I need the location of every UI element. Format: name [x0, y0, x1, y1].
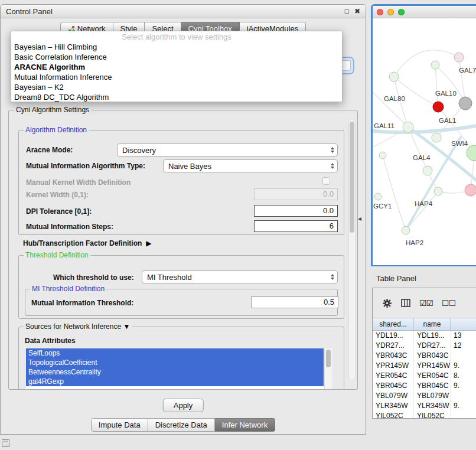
- apply-button[interactable]: Apply: [163, 399, 204, 412]
- group-title: MI Threshold Definition: [30, 285, 106, 293]
- algorithm-option[interactable]: Basic Correlation Inference: [11, 52, 342, 62]
- sources-title[interactable]: Sources for Network Inference ▼: [24, 322, 132, 331]
- float-window-icon[interactable]: □: [345, 8, 349, 15]
- manual-kernel-checkbox[interactable]: [322, 177, 330, 185]
- tab-infer-network[interactable]: Infer Network: [215, 418, 275, 432]
- network-edge[interactable]: [435, 65, 438, 107]
- expand-arrow-icon[interactable]: ▶: [146, 240, 151, 247]
- network-node[interactable]: [374, 193, 382, 200]
- table-panel-title: Table Panel: [376, 274, 416, 283]
- attribute-list-item[interactable]: BetweennessCentrality: [26, 367, 324, 377]
- hub-definition-expander[interactable]: Hub/Transcription Factor Definition ▶: [23, 239, 152, 247]
- collapse-arrow-icon[interactable]: ▼: [123, 322, 130, 331]
- minimize-light-icon[interactable]: [387, 9, 394, 15]
- control-panel-titlebar[interactable]: Control Panel □ ✖: [1, 5, 366, 18]
- zoom-light-icon[interactable]: [398, 9, 405, 15]
- close-light-icon[interactable]: [377, 9, 383, 15]
- column-header[interactable]: shared...: [373, 318, 414, 330]
- columns-icon[interactable]: [401, 299, 410, 307]
- cyni-algorithm-settings-group: Algorithm Definition Aracne Mode: Discov…: [8, 110, 358, 390]
- table-body: YDL19...YDL19...13YDR27...YDR27...12YBR0…: [373, 331, 476, 419]
- table-row[interactable]: YPR145WYPR145W9.: [373, 361, 476, 371]
- network-node[interactable]: [432, 133, 441, 142]
- network-edge[interactable]: [383, 155, 406, 230]
- table-row[interactable]: YBR045CYBR045C9.: [373, 381, 476, 391]
- table-row[interactable]: YDL19...YDL19...13: [373, 331, 476, 341]
- network-node[interactable]: [403, 122, 413, 132]
- network-edge[interactable]: [394, 50, 459, 77]
- network-node[interactable]: [433, 102, 444, 112]
- manual-kernel-label: Manual Kernel Width Definition: [26, 178, 131, 187]
- gear-icon[interactable]: [382, 298, 392, 308]
- network-edge[interactable]: [459, 57, 465, 103]
- column-header[interactable]: [451, 318, 476, 330]
- table-row[interactable]: YLR345WYLR345W9.: [373, 401, 476, 411]
- threshold-select[interactable]: MI Threshold: [142, 270, 338, 283]
- network-node[interactable]: [402, 226, 410, 234]
- mi-threshold-field[interactable]: 0.5: [251, 296, 338, 308]
- network-canvas[interactable]: GAL7GAL80GAL10GAL11GAL1SWI4GAL4GCY1HAP4H…: [373, 18, 476, 265]
- algorithm-option[interactable]: Dream8 DC_TDC Algorithm: [11, 92, 342, 102]
- mi-steps-field[interactable]: 6: [254, 220, 338, 232]
- network-node[interactable]: [389, 72, 399, 81]
- settings-scrollbar[interactable]: [348, 119, 356, 381]
- network-node[interactable]: [454, 53, 464, 62]
- tab-discretize-data[interactable]: Discretize Data: [148, 418, 215, 432]
- aracne-mode-select[interactable]: Discovery: [117, 144, 338, 156]
- network-node[interactable]: [379, 152, 386, 159]
- mi-algorithm-type-select[interactable]: Naive Bayes: [163, 159, 338, 172]
- node-label: GAL80: [384, 95, 405, 102]
- scrollbar-thumb[interactable]: [350, 122, 354, 233]
- attribute-list-item[interactable]: SelfLoops: [26, 348, 324, 358]
- tab-label: Discretize Data: [155, 420, 207, 430]
- table-panel-window: ☑☑☐☐ shared...name YDL19...YDL19...13YDR…: [372, 288, 476, 419]
- attributes-scrollbar[interactable]: [324, 348, 332, 389]
- aracne-mode-label: Aracne Mode:: [26, 146, 73, 154]
- node-label: GAL7: [459, 67, 476, 74]
- node-label: HAP2: [406, 239, 423, 246]
- data-attributes-list[interactable]: SelfLoopsTopologicalCoefficientBetweenne…: [26, 348, 332, 389]
- kernel-width-field[interactable]: 0.0: [254, 188, 338, 200]
- network-node[interactable]: [434, 187, 442, 195]
- column-header[interactable]: name: [414, 318, 451, 330]
- table-header: shared...name: [373, 318, 476, 331]
- table-row[interactable]: YDR27...YDR27...12: [373, 341, 476, 351]
- close-window-icon[interactable]: ✖: [354, 8, 360, 15]
- unchecked-pair-icon[interactable]: ☐☐: [442, 298, 455, 308]
- combo-arrows-icon: [331, 271, 334, 283]
- group-title: Threshold Definition: [24, 251, 90, 259]
- algorithm-option[interactable]: ARACNE Algorithm: [11, 62, 342, 72]
- network-edge[interactable]: [406, 191, 438, 230]
- tab-impute-data[interactable]: Impute Data: [91, 418, 148, 432]
- network-node[interactable]: [465, 184, 476, 196]
- node-label: GCY1: [373, 203, 392, 210]
- node-label: GAL11: [374, 122, 395, 129]
- table-toolbar: ☑☑☐☐: [373, 288, 476, 318]
- network-node[interactable]: [467, 145, 476, 161]
- attribute-list-item[interactable]: gal4RGexp: [26, 377, 324, 386]
- checked-pair-icon[interactable]: ☑☑: [419, 298, 433, 308]
- panel-collapse-arrow-icon[interactable]: ◂: [358, 214, 361, 223]
- network-node[interactable]: [423, 166, 432, 175]
- node-label: GAL10: [435, 90, 457, 97]
- network-node[interactable]: [459, 97, 472, 110]
- table-row[interactable]: YER054CYER054C8.: [373, 371, 476, 381]
- taskbar-window-icon[interactable]: [2, 439, 9, 447]
- table-row[interactable]: YIL052CYIL052C: [373, 411, 476, 419]
- dpi-tolerance-field[interactable]: 0.0: [254, 205, 338, 217]
- mi-steps-label: Mutual Information Steps:: [26, 223, 113, 231]
- combo-arrows-icon: [331, 144, 334, 156]
- algorithm-option[interactable]: Bayesian – Hill Climbing: [11, 42, 342, 52]
- network-node[interactable]: [431, 61, 439, 69]
- network-window-titlebar[interactable]: [373, 6, 476, 18]
- table-row[interactable]: YBR043CYBR043C: [373, 351, 476, 361]
- algorithm-option[interactable]: Bayesian – K2: [11, 82, 342, 92]
- table-row[interactable]: YBL079WYBL079W: [373, 391, 476, 401]
- node-label: HAP4: [415, 200, 433, 207]
- network-edge[interactable]: [407, 136, 461, 229]
- data-attributes-label: Data Attributes: [25, 337, 76, 345]
- attribute-list-item[interactable]: TopologicalCoefficient: [26, 358, 324, 367]
- window-title: Control Panel: [6, 7, 345, 16]
- mi-threshold-group: MI Threshold Definition Mutual Informati…: [25, 289, 338, 316]
- algorithm-option[interactable]: Mutual Information Inference: [11, 72, 342, 82]
